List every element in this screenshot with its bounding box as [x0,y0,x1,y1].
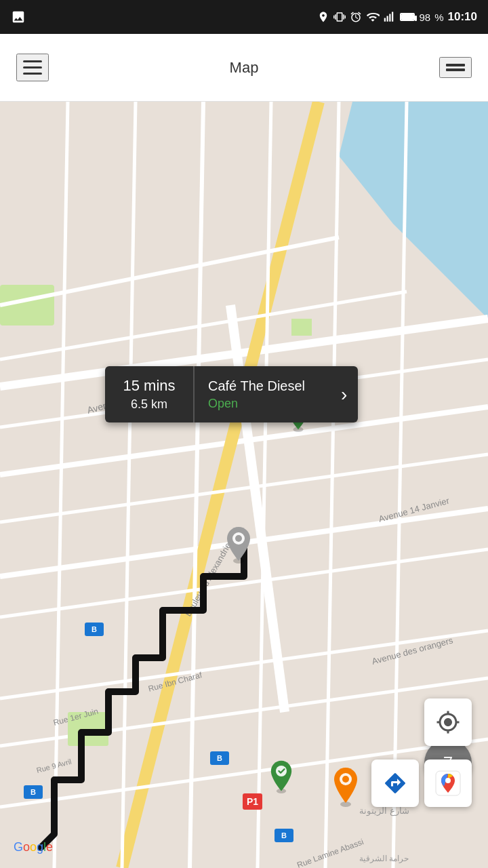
wifi-icon [366,10,380,24]
status-left-icons [11,9,26,24]
svg-text:شارع الزيتونة: شارع الزيتونة [359,806,409,816]
navigation-button[interactable] [371,760,419,807]
options-button[interactable] [439,57,472,78]
popup-navigate-button[interactable]: › [330,366,358,422]
svg-text:B: B [217,754,222,762]
google-g: G [14,840,23,854]
svg-text:B: B [281,831,287,840]
svg-rect-3 [392,12,393,22]
menu-line-2 [446,68,465,71]
user-pin [224,526,253,564]
svg-text:B: B [30,788,36,796]
svg-point-56 [342,776,349,783]
svg-rect-1 [387,16,388,22]
alarm-icon [350,11,362,23]
status-bar: 98% 10:10 [0,0,488,34]
status-time: 10:10 [448,10,477,24]
place-info-popup[interactable]: 15 mins 6.5 km Café The Diesel Open › [105,366,358,422]
battery-icon [400,13,415,21]
popup-open-status: Open [208,397,317,411]
signal-icon [384,11,396,23]
orange-pin[interactable] [331,766,361,807]
svg-point-58 [445,778,451,783]
popup-place-name: Café The Diesel [208,378,317,394]
google-g2: g [37,840,43,854]
crosshair-icon [436,710,460,734]
svg-point-53 [276,766,287,776]
locate-me-button[interactable] [424,698,472,746]
svg-rect-2 [390,14,391,22]
google-o1: o [23,840,30,854]
vibrate-icon [333,11,346,23]
menu-line-1 [446,64,465,66]
app-header: Map [0,34,488,102]
directions-icon [383,771,407,795]
popup-distance: 6.5 km [131,397,167,412]
google-logo: Google [14,840,53,854]
p1-badge: P1 [243,793,262,810]
svg-point-51 [235,535,242,542]
hamburger-line-2 [23,66,42,68]
app-title: Map [230,59,259,77]
popup-time: 15 mins [123,377,175,395]
google-e: e [46,840,53,854]
map-container[interactable]: B B B B Avenue Maamoun Avenue 14 Janvier… [0,102,488,868]
hamburger-line-3 [23,73,42,75]
cafe-pin-bottom[interactable] [268,760,295,793]
status-right-icons: 98% 10:10 [317,10,477,24]
svg-text:حرامة الشرقية: حرامة الشرقية [359,854,409,863]
google-maps-icon [434,770,462,797]
popup-chevron-icon: › [341,384,347,406]
svg-rect-0 [384,18,386,22]
map-background: B B B B Avenue Maamoun Avenue 14 Janvier… [0,102,488,868]
battery-percent: 98 [419,12,430,23]
bottom-fab-row [371,760,472,807]
google-maps-button[interactable] [424,760,472,807]
google-o2: o [30,840,37,854]
location-icon [317,11,329,23]
hamburger-button[interactable] [16,54,49,81]
popup-place-info: Café The Diesel Open [195,366,330,422]
hamburger-line-1 [23,60,42,62]
photo-icon [11,9,26,24]
svg-text:B: B [92,625,97,633]
svg-rect-7 [291,319,312,336]
popup-travel-info: 15 mins 6.5 km [105,366,193,422]
